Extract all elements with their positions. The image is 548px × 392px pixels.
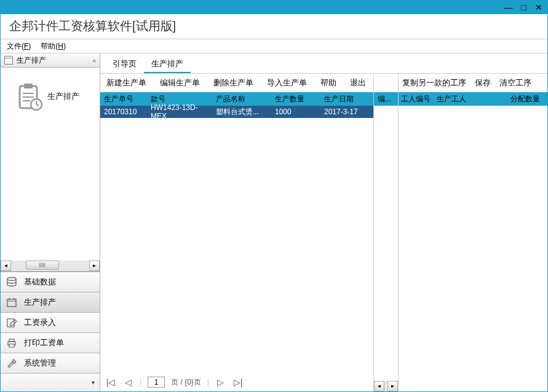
col-alloc-qty[interactable]: 分配数量: [510, 94, 547, 104]
sidebar-item-system-management[interactable]: 系统管理: [1, 353, 100, 373]
save-button[interactable]: 保存: [475, 77, 491, 88]
cell-date: 2017-3-17: [322, 108, 373, 116]
svg-point-8: [7, 278, 16, 281]
svg-rect-15: [9, 339, 14, 342]
tools-icon: [6, 358, 18, 369]
help-button[interactable]: 帮助: [320, 77, 336, 88]
sidebar-item-production[interactable]: 生产排产: [1, 292, 100, 312]
sidebar-item-label: 生产排产: [24, 297, 56, 308]
pager-last-icon[interactable]: ▷|: [232, 377, 244, 387]
col-quantity[interactable]: 生产数量: [272, 94, 322, 104]
col-date[interactable]: 生产日期: [322, 94, 373, 104]
col-product-name[interactable]: 产品名称: [213, 94, 272, 104]
copy-process-button[interactable]: 复制另一款的工序: [402, 77, 466, 88]
col-style-no[interactable]: 款号: [148, 94, 213, 104]
pager-first-icon[interactable]: |◁: [105, 377, 116, 387]
grid-toolbar: 新建生产单 编辑生产单 删除生产单 导入生产单 帮助 退出: [100, 74, 373, 92]
printer-icon: [6, 337, 18, 348]
mid-header[interactable]: 编...: [374, 92, 398, 106]
sidebar-content: 生产排产 ◄ ►: [1, 68, 100, 272]
tab-guide[interactable]: 引导页: [105, 55, 144, 73]
col-order-no[interactable]: 生产单号: [100, 94, 148, 104]
mid-body[interactable]: [374, 106, 398, 381]
right-grid-header: 工人编号 生产工人 分配数量: [399, 92, 547, 106]
database-icon: [6, 276, 18, 288]
titlebar: — □ ✕: [1, 1, 547, 14]
sidebar-header-label: 生产排产: [17, 55, 46, 66]
pager-next-icon[interactable]: ▷: [215, 377, 226, 387]
production-grid-panel: 新建生产单 编辑生产单 删除生产单 导入生产单 帮助 退出 生产单号 款号 产品…: [100, 74, 373, 391]
menu-file[interactable]: 文件(F): [7, 41, 31, 52]
edit-order-button[interactable]: 编辑生产单: [160, 77, 200, 88]
sidebar: 生产排产 « 生产排产 ◄ ► 基础数据: [1, 53, 100, 391]
mid-hscroll[interactable]: ◄ ►: [374, 381, 398, 391]
new-order-button[interactable]: 新建生产单: [106, 77, 146, 88]
svg-rect-16: [9, 344, 14, 347]
tabbar: 引导页 生产排产: [100, 53, 547, 73]
tab-production[interactable]: 生产排产: [144, 55, 191, 73]
middle-panel: 编... ◄ ►: [373, 74, 399, 391]
pager-page-input[interactable]: [148, 377, 165, 388]
collapse-icon[interactable]: «: [92, 57, 96, 64]
minimize-button[interactable]: —: [504, 2, 513, 12]
grid-body[interactable]: [100, 118, 373, 373]
col-worker-no[interactable]: 工人编号: [399, 94, 434, 104]
calendar-icon: [4, 56, 13, 65]
app-title: 企邦计件工资核算软件[试用版]: [1, 14, 547, 39]
sidebar-tile-label: 生产排产: [47, 91, 79, 102]
col-worker[interactable]: 生产工人: [434, 94, 471, 104]
sidebar-item-label: 基础数据: [24, 276, 56, 288]
right-toolbar: 复制另一款的工序 保存 清空工序: [399, 74, 547, 92]
cell-order-no: 20170310: [100, 108, 148, 116]
sidebar-item-label: 打印工资单: [24, 337, 64, 348]
close-button[interactable]: ✕: [535, 2, 542, 12]
grid-header: 生产单号 款号 产品名称 生产数量 生产日期: [100, 92, 373, 106]
sidebar-item-label: 系统管理: [24, 358, 56, 369]
maximize-button[interactable]: □: [522, 2, 526, 12]
sidebar-footer: ▼: [1, 373, 100, 391]
exit-button[interactable]: 退出: [350, 77, 366, 88]
import-order-button[interactable]: 导入生产单: [267, 77, 307, 88]
clipboard-clock-icon: [14, 81, 45, 112]
sidebar-header[interactable]: 生产排产 «: [1, 53, 100, 68]
scroll-right-icon[interactable]: ►: [387, 381, 398, 391]
pager: |◁ ◁ | 页 / {0}页 | ▷ ▷|: [100, 373, 373, 391]
content-wrap: 新建生产单 编辑生产单 删除生产单 导入生产单 帮助 退出 生产单号 款号 产品…: [100, 74, 547, 391]
app-body: 生产排产 « 生产排产 ◄ ► 基础数据: [1, 53, 547, 391]
sidebar-item-label: 工资录入: [24, 317, 56, 328]
edit-icon: [6, 317, 18, 328]
sidebar-item-wage-entry[interactable]: 工资录入: [1, 312, 100, 332]
main-area: 引导页 生产排产 新建生产单 编辑生产单 删除生产单 导入生产单 帮助 退出: [100, 53, 547, 391]
dropdown-icon[interactable]: ▼: [90, 380, 96, 386]
right-grid-body[interactable]: [399, 106, 547, 391]
sidebar-item-basic-data[interactable]: 基础数据: [1, 272, 100, 292]
delete-order-button[interactable]: 删除生产单: [213, 77, 253, 88]
scroll-thumb[interactable]: [26, 261, 59, 270]
scroll-left-icon[interactable]: ◄: [1, 261, 11, 271]
cell-product-name: 塑料台式烫...: [213, 107, 272, 117]
clear-process-button[interactable]: 清空工序: [499, 77, 531, 88]
cell-quantity: 1000: [272, 108, 322, 116]
scroll-left-icon[interactable]: ◄: [374, 381, 384, 391]
scroll-right-icon[interactable]: ►: [89, 261, 100, 271]
svg-rect-1: [24, 84, 33, 88]
sidebar-item-print-payslip[interactable]: 打印工资单: [1, 332, 100, 353]
scroll-track[interactable]: [11, 261, 89, 271]
pager-prev-icon[interactable]: ◁: [122, 377, 133, 387]
menu-help[interactable]: 帮助(H): [41, 41, 66, 52]
app-window: — □ ✕ 企邦计件工资核算软件[试用版] 文件(F) 帮助(H) 生产排产 «…: [0, 0, 548, 392]
calendar-icon: [6, 297, 18, 308]
right-panel: 复制另一款的工序 保存 清空工序 工人编号 生产工人 分配数量: [399, 74, 547, 391]
sidebar-hscroll[interactable]: ◄ ►: [1, 261, 100, 271]
sidebar-tile-production[interactable]: 生产排产: [14, 81, 97, 112]
pager-suffix: 页 / {0}页: [171, 377, 201, 388]
menubar: 文件(F) 帮助(H): [1, 39, 547, 53]
table-row[interactable]: 20170310 HW1423-13D-MEX 塑料台式烫... 1000 20…: [100, 106, 373, 118]
svg-rect-9: [7, 299, 16, 307]
